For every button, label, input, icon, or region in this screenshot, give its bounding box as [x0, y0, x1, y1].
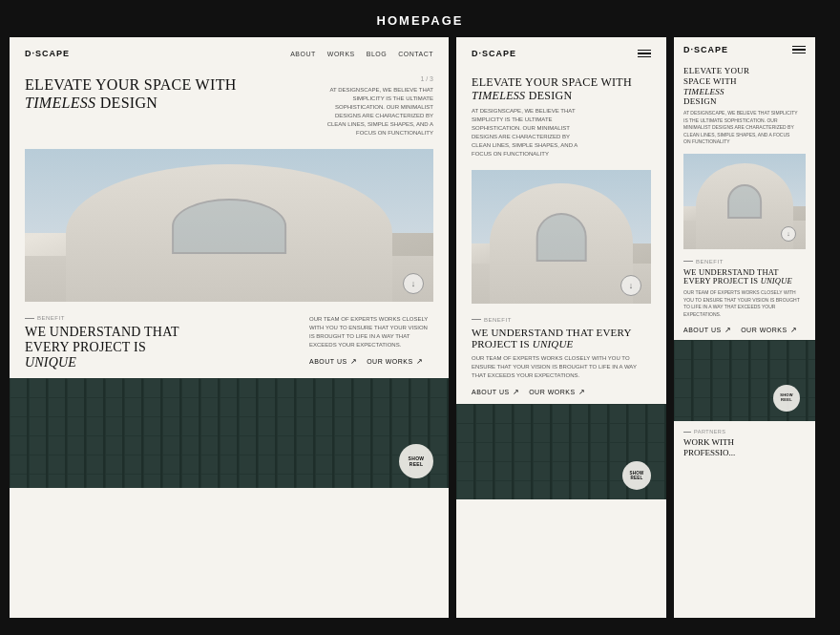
desktop-hero: ELEVATE YOUR SPACE WITH TIMELESS DESIGN …	[10, 66, 449, 143]
mobile-hamburger-line-1	[792, 46, 806, 48]
screen-tablet: D·SCAPE ELEVATE YOUR SPACE WITH TIMELESS…	[456, 37, 666, 618]
desktop-logo: D·SCAPE	[25, 49, 70, 58]
desktop-benefit-links: ABOUT US ↗ OUR WORKS ↗	[309, 357, 433, 366]
about-arrow-icon: ↗	[350, 357, 358, 366]
mobile-arch-building	[696, 163, 793, 249]
hamburger-line-1	[638, 50, 651, 52]
down-arrow[interactable]: ↓	[403, 273, 424, 294]
tablet-hero-title: ELEVATE YOUR SPACE WITH TIMELESS DESIGN	[472, 75, 651, 103]
tablet-tag-line	[472, 319, 481, 320]
mobile-benefit: BENEFIT WE UNDERSTAND THAT EVERY PROJECT…	[674, 253, 815, 341]
tablet-benefit-tag: BENEFIT	[472, 317, 651, 323]
tablet-benefit-italic: UNIQUE	[533, 338, 574, 349]
mobile-down-arrow[interactable]: ↓	[781, 226, 796, 242]
mobile-hero-image: ↓	[683, 154, 806, 249]
facade-grid	[10, 378, 449, 488]
mobile-partners-section: PARTNERS WORK WITHPROFESSIO...	[674, 421, 815, 465]
tablet-arch-building	[490, 183, 633, 304]
screen-mobile: D·SCAPE ELEVATE YOURSPACE WITH TIMELESS …	[674, 37, 815, 618]
desktop-nav-links: ABOUT WORKS BLOG CONTACT	[290, 51, 433, 57]
arch-building	[66, 164, 392, 302]
nav-link-blog[interactable]: BLOG	[367, 51, 387, 57]
desktop-dark-section: SHOWREEL	[10, 378, 449, 488]
mobile-hero-desc: AT DESIGNSCAPE, WE BELIEVE THAT SIMPLICI…	[683, 110, 798, 146]
benefit-title-line2: EVERY PROJECT IS	[25, 340, 146, 354]
nav-link-works[interactable]: WORKS	[327, 51, 355, 57]
tablet-hero-italic: TIMELESS	[472, 89, 525, 102]
mobile-hero-italic: TIMELESS	[683, 87, 724, 96]
nav-link-about[interactable]: ABOUT	[290, 51, 316, 57]
benefit-title-line1: WE UNDERSTAND THAT	[25, 325, 179, 339]
mobile-benefit-links: ABOUT US ↗ OUR WORKS ↗	[683, 326, 806, 334]
mobile-hero-title: ELEVATE YOURSPACE WITH TIMELESS DESIGN	[683, 66, 806, 107]
mobile-hamburger-line-2	[792, 49, 806, 51]
mobile-works-arrow: ↗	[790, 326, 798, 334]
desktop-about-link[interactable]: ABOUT US ↗	[309, 357, 357, 366]
mobile-nav: D·SCAPE	[674, 37, 815, 60]
benefit-tag-line	[25, 318, 34, 319]
tablet-hero-desc: AT DESIGNSCAPE, WE BELIEVE THAT SIMPLICI…	[472, 107, 586, 159]
benefit-title-italic: UNIQUE	[25, 355, 76, 370]
tablet-hamburger[interactable]	[638, 50, 651, 58]
tablet-nav: D·SCAPE	[456, 37, 666, 66]
mobile-hamburger[interactable]	[792, 46, 806, 54]
tablet-logo: D·SCAPE	[472, 49, 516, 58]
mobile-benefit-tag: BENEFIT	[683, 259, 806, 265]
desktop-benefit-right: OUR TEAM OF EXPERTS WORKS CLOSELY WITH Y…	[309, 315, 433, 366]
desktop-hero-counter: 1 / 3	[319, 75, 433, 82]
tablet-arch-window	[536, 213, 587, 261]
tablet-show-reel-btn[interactable]: SHOWREEL	[622, 461, 651, 490]
mobile-partners-title: WORK WITHPROFESSIO...	[683, 437, 806, 457]
tablet-benefit-links: ABOUT US ↗ OUR WORKS ↗	[472, 388, 651, 396]
tablet-works-link[interactable]: OUR WORKS ↗	[529, 388, 585, 396]
desktop-hero-desc: AT DESIGNSCAPE, WE BELIEVE THAT SIMPLICI…	[319, 86, 433, 138]
tablet-dark-section: SHOWREEL	[456, 404, 666, 499]
mobile-hamburger-line-3	[792, 53, 806, 54]
desktop-hero-title: ELEVATE YOUR SPACE WITH TIMELESS DESIGN	[25, 75, 237, 112]
tablet-benefit-desc: OUR TEAM OF EXPERTS WORKS CLOSELY WITH Y…	[472, 354, 651, 380]
tablet-down-arrow[interactable]: ↓	[620, 275, 641, 296]
mobile-tag-text: BENEFIT	[696, 259, 724, 265]
tablet-benefit-title: WE UNDERSTAND THAT EVERYPROJECT IS UNIQU…	[472, 327, 651, 350]
desktop-benefit: BENEFIT WE UNDERSTAND THAT EVERY PROJECT…	[10, 307, 449, 378]
desktop-works-link[interactable]: OUR WORKS ↗	[367, 357, 423, 366]
mobile-arch-window	[727, 184, 762, 219]
tablet-works-arrow: ↗	[578, 388, 586, 396]
tablet-hero-design: DESIGN	[529, 89, 573, 102]
hamburger-line-3	[638, 56, 651, 58]
screens-container: D·SCAPE ABOUT WORKS BLOG CONTACT ELEVATE…	[0, 37, 840, 618]
tablet-about-link[interactable]: ABOUT US ↗	[472, 388, 519, 396]
desktop-hero-image: ↓	[25, 149, 433, 302]
mobile-about-arrow: ↗	[724, 326, 732, 334]
mobile-benefit-italic: UNIQUE	[761, 276, 792, 286]
mobile-tag-line	[683, 261, 693, 262]
mobile-logo: D·SCAPE	[683, 45, 728, 54]
hero-title-design: DESIGN	[100, 95, 158, 111]
mobile-works-link[interactable]: OUR WORKS ↗	[741, 326, 797, 334]
mobile-dark-section: SHOWREEL	[674, 340, 815, 421]
desktop-benefit-left: BENEFIT WE UNDERSTAND THAT EVERY PROJECT…	[25, 315, 294, 370]
hero-title-line1: ELEVATE YOUR SPACE WITH	[25, 76, 237, 93]
tablet-hero-image: ↓	[472, 170, 651, 304]
tablet-benefit-inner: BENEFIT WE UNDERSTAND THAT EVERYPROJECT …	[472, 317, 651, 396]
tablet-benefit: BENEFIT WE UNDERSTAND THAT EVERYPROJECT …	[456, 309, 666, 404]
desktop-benefit-tag: BENEFIT	[25, 315, 294, 321]
desktop-hero-title-block: ELEVATE YOUR SPACE WITH TIMELESS DESIGN	[25, 75, 237, 112]
nav-link-contact[interactable]: CONTACT	[398, 51, 433, 57]
benefit-tag-text: BENEFIT	[37, 315, 65, 321]
desktop-benefit-title: WE UNDERSTAND THAT EVERY PROJECT IS UNIQ…	[25, 325, 294, 370]
page-label: HOMEPAGE	[0, 0, 840, 37]
partners-tag-line	[683, 432, 691, 433]
tablet-hero: ELEVATE YOUR SPACE WITH TIMELESS DESIGN …	[456, 66, 666, 164]
mobile-benefit-title: WE UNDERSTAND THAT EVERY PROJECT IS UNIQ…	[683, 268, 806, 287]
desktop-benefit-desc: OUR TEAM OF EXPERTS WORKS CLOSELY WITH Y…	[309, 315, 433, 349]
desktop-facade	[10, 378, 449, 488]
desktop-hero-right: 1 / 3 AT DESIGNSCAPE, WE BELIEVE THAT SI…	[319, 75, 433, 138]
partners-tag-text: PARTNERS	[694, 429, 725, 434]
mobile-about-link[interactable]: ABOUT US ↗	[683, 326, 731, 334]
tablet-hero-line1: ELEVATE YOUR SPACE WITH	[472, 75, 632, 89]
desktop-hero-top: ELEVATE YOUR SPACE WITH TIMELESS DESIGN …	[25, 75, 433, 138]
mobile-hero: ELEVATE YOURSPACE WITH TIMELESS DESIGN A…	[674, 60, 815, 150]
hero-title-italic: TIMELESS	[25, 95, 95, 111]
screen-desktop: D·SCAPE ABOUT WORKS BLOG CONTACT ELEVATE…	[10, 37, 449, 618]
